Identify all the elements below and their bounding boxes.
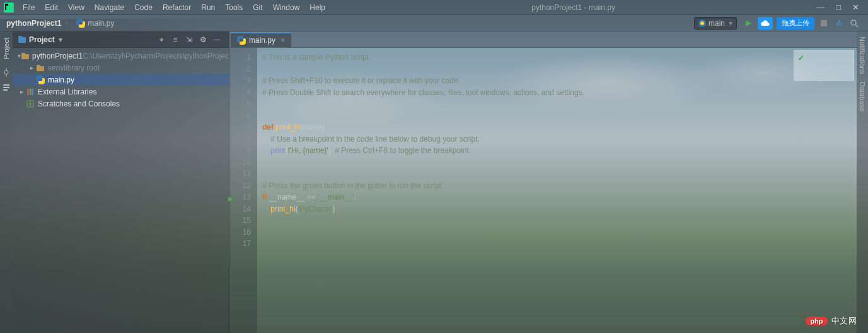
tree-item[interactable]: Scratches and Consoles	[13, 98, 229, 110]
commit-rail-icon[interactable]	[2, 68, 11, 77]
chevron-down-icon: ▾	[729, 19, 732, 28]
project-rail-tab[interactable]: Project	[1, 35, 11, 62]
code-line[interactable]: # This is a sample Python script.	[262, 52, 857, 64]
python-file-icon	[237, 36, 246, 45]
lib-icon	[25, 87, 35, 97]
code-line[interactable]: # Use a breakpoint in the code line belo…	[262, 133, 857, 145]
code-line[interactable]	[262, 98, 857, 110]
line-number[interactable]: 8	[229, 133, 251, 145]
menu-git[interactable]: Git	[248, 1, 267, 14]
cloud-sync-icon[interactable]	[758, 17, 773, 30]
menu-run[interactable]: Run	[196, 1, 220, 14]
expand-all-icon[interactable]: ≡	[169, 33, 182, 46]
code-line[interactable]: def print_hi(name):	[262, 121, 857, 133]
line-number[interactable]: 14	[229, 203, 251, 215]
inspect-icon[interactable]: A	[832, 17, 846, 30]
code-line[interactable]: if __name__ == '__main__':	[262, 191, 857, 203]
menu-help[interactable]: Help	[304, 1, 330, 14]
run-button[interactable]	[741, 17, 755, 30]
collapse-all-icon[interactable]: ⇲	[183, 33, 195, 46]
code-line[interactable]	[262, 110, 857, 122]
line-number[interactable]: 5	[229, 98, 251, 110]
editor-minimap[interactable]: ✓	[794, 50, 854, 81]
editor-gutter[interactable]: 12345678910111213▶14151617	[229, 48, 257, 333]
tree-item[interactable]: main.py	[13, 74, 229, 86]
watermark-text: 中文网	[831, 315, 857, 327]
code-line[interactable]: # See PyCharm help at https://www.jetbra…	[262, 227, 857, 239]
code-line[interactable]	[262, 238, 857, 250]
select-opened-file-icon[interactable]: ⌖	[155, 33, 168, 46]
code-line[interactable]	[262, 157, 857, 169]
hide-tool-icon[interactable]: —	[211, 33, 223, 46]
svg-rect-14	[18, 37, 26, 43]
tree-item[interactable]: ▸External Libraries	[13, 86, 229, 98]
line-number[interactable]: 17	[229, 238, 251, 250]
minimize-button[interactable]: —	[816, 3, 825, 12]
menu-window[interactable]: Window	[268, 1, 305, 14]
close-button[interactable]: ✕	[852, 3, 859, 12]
folder-icon	[35, 63, 45, 73]
project-view-icon	[18, 35, 26, 44]
code-line[interactable]	[262, 168, 857, 180]
project-tool-title[interactable]: Project	[29, 35, 55, 44]
menu-view[interactable]: View	[63, 1, 90, 14]
code-line[interactable]	[262, 64, 857, 76]
editor-area: main.py × 12345678910111213▶14151617 # T…	[229, 31, 857, 333]
line-number[interactable]: 13▶	[229, 191, 251, 203]
line-number[interactable]: 12	[229, 180, 251, 192]
line-number[interactable]: 15	[229, 215, 251, 227]
line-number[interactable]: 11	[229, 168, 251, 180]
line-number[interactable]: 9	[229, 145, 251, 157]
tree-item-label: venv	[48, 64, 64, 72]
tree-twisty-icon[interactable]: ▸	[28, 64, 35, 71]
line-number[interactable]: 3	[229, 75, 251, 87]
line-number[interactable]: 6	[229, 110, 251, 122]
svg-rect-20	[27, 89, 29, 95]
line-number[interactable]: 1	[229, 52, 251, 64]
svg-rect-21	[30, 89, 32, 95]
tree-item[interactable]: ▸venv library root	[13, 62, 229, 74]
menu-navigate[interactable]: Navigate	[90, 1, 129, 14]
line-number[interactable]: 2	[229, 64, 251, 76]
svg-rect-12	[3, 87, 9, 88]
menu-code[interactable]: Code	[129, 1, 158, 14]
line-number[interactable]: 7	[229, 121, 251, 133]
code-line[interactable]: # Press Shift+F10 to execute it or repla…	[262, 75, 857, 87]
menu-file[interactable]: File	[18, 1, 40, 14]
breadcrumb-file[interactable]: main.py	[88, 19, 114, 28]
svg-rect-11	[3, 84, 9, 86]
maximize-button[interactable]: □	[836, 3, 841, 12]
tree-twisty-icon[interactable]: ▸	[18, 88, 25, 95]
code-line[interactable]: print(f'Hi, {name}') # Press Ctrl+F8 to …	[262, 145, 857, 157]
tree-item-label: main.py	[48, 76, 74, 84]
chevron-down-icon[interactable]: ▾	[59, 35, 62, 44]
line-number[interactable]: 4	[229, 87, 251, 99]
code-line[interactable]: # Press the green button in the gutter t…	[262, 180, 857, 192]
line-number[interactable]: 16	[229, 227, 251, 239]
line-number[interactable]: 10	[229, 157, 251, 169]
menu-refactor[interactable]: Refactor	[158, 1, 196, 14]
code-line[interactable]: print_hi('PyCharm')	[262, 203, 857, 215]
menu-tools[interactable]: Tools	[220, 1, 248, 14]
project-tree[interactable]: ▾pythonProject1 C:\Users\zyl\PycharmProj…	[13, 48, 229, 333]
tool-settings-icon[interactable]: ⚙	[197, 33, 209, 46]
structure-rail-icon[interactable]	[2, 83, 11, 92]
editor-code[interactable]: # This is a sample Python script. # Pres…	[257, 48, 857, 333]
svg-rect-15	[18, 36, 22, 38]
svg-rect-16	[21, 54, 29, 59]
search-everywhere-icon[interactable]	[847, 17, 861, 30]
tree-item[interactable]: ▾pythonProject1 C:\Users\zyl\PycharmProj…	[13, 50, 229, 62]
upload-button[interactable]: 拖拽上传	[777, 17, 814, 30]
run-config-label: main	[709, 19, 725, 28]
close-tab-icon[interactable]: ×	[281, 36, 285, 45]
editor-tab-label: main.py	[249, 36, 275, 45]
editor-tab-main[interactable]: main.py ×	[231, 32, 291, 47]
menu-edit[interactable]: Edit	[40, 1, 63, 14]
code-line[interactable]: # Press Double Shift to search everywher…	[262, 87, 857, 99]
notifications-rail-tab[interactable]: Notifications	[859, 37, 866, 74]
breadcrumb-project[interactable]: pythonProject1	[6, 19, 61, 28]
run-config-selector[interactable]: main ▾	[694, 17, 737, 30]
stop-button[interactable]	[817, 17, 831, 30]
code-line[interactable]	[262, 215, 857, 227]
database-rail-tab[interactable]: Database	[859, 82, 866, 111]
